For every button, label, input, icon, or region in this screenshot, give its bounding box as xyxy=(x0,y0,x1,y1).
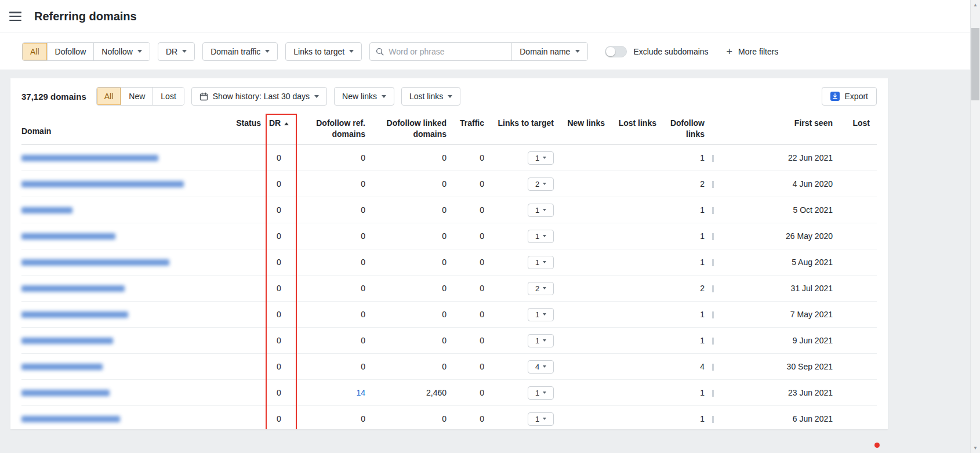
links-to-target-dropdown[interactable]: 1 xyxy=(528,256,554,269)
spark-cell xyxy=(705,414,723,423)
traffic-cell: 0 xyxy=(447,310,484,319)
export-button[interactable]: Export xyxy=(822,87,877,106)
dofollow-linked-cell: 0 xyxy=(365,362,447,371)
col-header-first-seen[interactable]: First seen xyxy=(723,114,833,144)
links-to-target-dropdown[interactable]: 1 xyxy=(528,412,554,426)
links-to-target-dropdown[interactable]: 2 xyxy=(528,282,554,295)
dr-filter-dropdown[interactable]: DR xyxy=(158,42,195,61)
first-seen-value: 5 Oct 2021 xyxy=(793,205,833,215)
dofollow-ref-cell: 0 xyxy=(297,336,365,345)
links-to-target-dropdown[interactable]: 1 xyxy=(528,334,554,347)
col-header-dr[interactable]: DR xyxy=(261,114,297,144)
col-header-new-links[interactable]: New links xyxy=(554,114,605,144)
domain-cell xyxy=(21,155,235,161)
first-seen-value: 5 Aug 2021 xyxy=(792,258,833,267)
domain-link[interactable] xyxy=(21,364,103,370)
domain-link[interactable] xyxy=(21,311,128,318)
table-header-row: Domain Status DR Dofollow ref. domains D… xyxy=(21,114,877,145)
col-header-links-to-target[interactable]: Links to target xyxy=(484,114,554,144)
first-seen-value: 26 May 2020 xyxy=(786,231,833,241)
links-to-target-cell: 1 xyxy=(484,412,554,426)
links-to-target-dropdown[interactable]: 1 xyxy=(528,151,554,165)
col-header-domain[interactable]: Domain xyxy=(21,114,235,144)
red-marker-dot xyxy=(874,443,880,448)
history-spark-icon xyxy=(712,390,714,397)
scrollbar-up-arrow[interactable]: ▲ xyxy=(971,0,980,10)
spark-cell xyxy=(705,153,723,162)
links-to-target-filter-dropdown[interactable]: Links to target xyxy=(285,42,362,61)
links-to-target-cell: 1 xyxy=(484,230,554,243)
traffic-value: 0 xyxy=(480,231,484,241)
links-to-target-dropdown[interactable]: 1 xyxy=(528,230,554,243)
dr-cell: 0 xyxy=(261,336,297,345)
lost-links-dropdown[interactable]: Lost links xyxy=(401,87,460,106)
chevron-down-icon xyxy=(543,157,546,159)
dofollow-ref-cell: 0 xyxy=(297,414,365,423)
referring-domains-table: Domain Status DR Dofollow ref. domains D… xyxy=(21,114,877,429)
table-row: 0 0 0 0 2 2 4 Jun 2020 xyxy=(21,171,877,197)
links-to-target-dropdown[interactable]: 1 xyxy=(528,386,554,400)
table-row: 0 0 0 0 1 1 6 Jun 2021 xyxy=(21,406,877,429)
domain-link[interactable] xyxy=(21,155,158,161)
first-seen-value: 23 Jun 2021 xyxy=(788,388,833,397)
chevron-down-icon xyxy=(543,287,546,289)
more-filters-button[interactable]: +More filters xyxy=(727,46,779,57)
dr-value: 0 xyxy=(277,231,281,241)
domain-traffic-dropdown[interactable]: Domain traffic xyxy=(202,42,278,61)
domain-link[interactable] xyxy=(21,338,113,344)
domain-link[interactable] xyxy=(21,390,110,396)
dr-value: 0 xyxy=(277,258,281,267)
col-header-dofollow-links[interactable]: Dofollow links xyxy=(656,114,705,144)
dofollow-linked-value: 0 xyxy=(442,205,447,215)
domain-link[interactable] xyxy=(21,181,184,187)
spark-cell xyxy=(705,284,723,293)
dofollow-ref-value[interactable]: 14 xyxy=(356,388,365,397)
domain-cell xyxy=(21,390,235,396)
filter-nofollow-dropdown[interactable]: Nofollow xyxy=(93,43,150,60)
domain-link[interactable] xyxy=(21,207,72,213)
domain-link[interactable] xyxy=(21,233,115,240)
col-header-lost[interactable]: Lost xyxy=(833,114,877,144)
table-row: 0 14 2,460 0 1 1 23 Jun 2021 xyxy=(21,380,877,406)
first-seen-cell: 6 Jun 2021 xyxy=(723,414,833,423)
new-links-dropdown[interactable]: New links xyxy=(334,87,394,106)
toolbar-all-button[interactable]: All xyxy=(97,88,121,105)
history-spark-icon xyxy=(712,311,714,318)
filter-dofollow-button[interactable]: Dofollow xyxy=(47,43,94,60)
dr-value: 0 xyxy=(277,310,281,319)
col-header-lost-links[interactable]: Lost links xyxy=(605,114,656,144)
dofollow-links-value: 1 xyxy=(700,205,705,215)
exclude-subdomains-toggle[interactable] xyxy=(605,46,627,57)
col-header-dofollow-ref-domains[interactable]: Dofollow ref. domains xyxy=(297,114,365,144)
filter-all-button[interactable]: All xyxy=(23,43,47,60)
search-input[interactable] xyxy=(389,43,511,60)
more-filters-label: More filters xyxy=(738,47,778,56)
domain-link[interactable] xyxy=(21,416,120,422)
domain-link[interactable] xyxy=(21,259,169,266)
show-history-dropdown[interactable]: Show history: Last 30 days xyxy=(191,87,327,106)
dofollow-ref-value: 0 xyxy=(361,179,365,189)
dofollow-links-cell: 2 xyxy=(656,284,705,293)
dofollow-linked-cell: 0 xyxy=(365,284,447,293)
col-header-status[interactable]: Status xyxy=(235,114,261,144)
dofollow-linked-value: 0 xyxy=(442,258,447,267)
links-to-target-dropdown[interactable]: 1 xyxy=(528,308,554,321)
scrollbar-thumb[interactable] xyxy=(971,28,979,100)
domain-cell xyxy=(21,181,235,187)
scrollbar-down-arrow[interactable]: ▼ xyxy=(971,443,980,453)
domain-link[interactable] xyxy=(21,285,125,292)
links-to-target-dropdown[interactable]: 4 xyxy=(528,360,554,374)
links-to-target-dropdown[interactable]: 1 xyxy=(528,204,554,217)
links-to-target-dropdown[interactable]: 2 xyxy=(528,177,554,191)
toolbar-new-button[interactable]: New xyxy=(121,88,153,105)
menu-icon[interactable] xyxy=(9,12,21,21)
first-seen-value: 7 May 2021 xyxy=(790,310,833,319)
chevron-down-icon xyxy=(543,392,546,394)
col-header-dofollow-linked-domains[interactable]: Dofollow linked domains xyxy=(365,114,447,144)
page-scrollbar[interactable]: ▲ ▼ xyxy=(970,0,980,453)
col-header-traffic[interactable]: Traffic xyxy=(447,114,484,144)
toolbar-lost-button[interactable]: Lost xyxy=(153,88,183,105)
links-to-target-cell: 1 xyxy=(484,256,554,269)
search-field-dropdown[interactable]: Domain name xyxy=(511,43,587,60)
dr-filter-label: DR xyxy=(166,47,177,56)
